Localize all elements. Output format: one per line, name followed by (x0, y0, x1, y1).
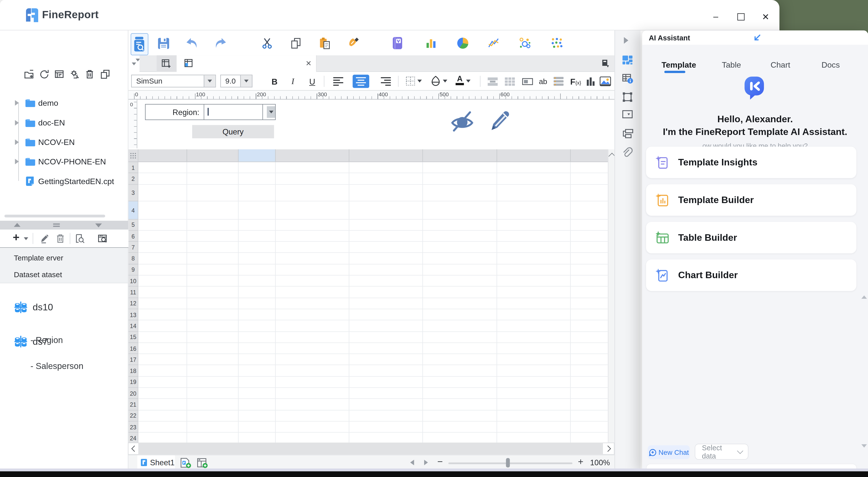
new-tab-button[interactable] (157, 56, 176, 72)
sidebar-file-gettingstarted[interactable]: GettingStartedEN.cpt (13, 174, 127, 189)
grid-row[interactable] (138, 201, 608, 219)
line-chart-icon[interactable] (487, 36, 500, 49)
copy-template-icon[interactable] (100, 69, 110, 79)
close-tab-icon[interactable]: ✕ (306, 59, 312, 67)
row-header-strip[interactable]: 123456789101112131415161718192021222324 (128, 162, 138, 443)
panel-template-server[interactable]: Template erver (0, 250, 128, 266)
add-dataset-caret-icon[interactable] (24, 237, 28, 240)
grid-row[interactable] (138, 162, 608, 173)
save-button[interactable] (157, 36, 170, 49)
grid-row[interactable] (138, 298, 608, 309)
insert-image-icon[interactable] (598, 75, 612, 88)
maximize-button[interactable] (734, 10, 747, 23)
grid-row[interactable] (138, 309, 608, 320)
tab-template[interactable]: Template (661, 60, 696, 69)
select-all-handle[interactable] (128, 149, 138, 162)
add-dataset-button[interactable]: + (13, 231, 20, 244)
card-chart-builder[interactable]: Chart Builder (646, 260, 857, 291)
hyperlink-icon[interactable] (622, 147, 632, 157)
row-header[interactable]: 5 (128, 219, 138, 231)
formula-button[interactable]: F{x} (567, 75, 585, 88)
row-header[interactable]: 20 (128, 388, 138, 399)
grid-horizontal-scrollbar[interactable] (139, 443, 602, 455)
edit-parameter-pane-icon[interactable] (489, 109, 510, 132)
undo-button[interactable] (185, 36, 199, 49)
sheet-tab-sheet1[interactable]: Sheet1 (137, 455, 175, 469)
chevron-down-icon[interactable] (204, 75, 215, 87)
dropdown-widget-icon[interactable] (622, 110, 632, 121)
template-version-icon[interactable] (54, 69, 64, 79)
template-settings-icon[interactable] (70, 69, 80, 79)
region-dropdown-cell[interactable] (262, 105, 275, 120)
grid-row[interactable] (138, 231, 608, 242)
row-header[interactable]: 17 (128, 354, 138, 366)
chevron-right-icon[interactable] (15, 159, 19, 164)
row-header[interactable]: 4 (128, 201, 138, 219)
tab-chart[interactable]: Chart (771, 60, 790, 69)
chevron-right-icon[interactable] (15, 120, 19, 126)
query-button[interactable]: Query (192, 125, 274, 138)
grid-row[interactable] (138, 219, 608, 231)
cell-widget-icon[interactable] (520, 75, 535, 88)
grid-row[interactable] (138, 242, 608, 253)
unmerge-cells-icon[interactable] (502, 75, 517, 88)
zoom-in-button[interactable]: + (578, 456, 583, 467)
card-table-builder[interactable]: Table Builder (646, 222, 857, 253)
row-header[interactable]: 8 (128, 253, 138, 264)
row-header[interactable]: 16 (128, 343, 138, 354)
border-button[interactable] (406, 76, 422, 86)
grid-row[interactable] (138, 377, 608, 388)
collapse-up-icon[interactable] (14, 223, 21, 227)
next-sheet-icon[interactable] (424, 460, 428, 465)
zoom-slider-handle[interactable] (506, 458, 510, 468)
row-header[interactable]: 24 (128, 433, 138, 443)
splitter-handle-icon[interactable] (53, 224, 60, 225)
card-template-builder[interactable]: Template Builder (646, 184, 857, 215)
grid-row[interactable] (138, 332, 608, 343)
grid-row[interactable] (138, 354, 608, 366)
sheet-grid-body[interactable] (138, 162, 608, 443)
font-color-button[interactable]: A (456, 75, 471, 85)
refresh-icon[interactable] (39, 69, 49, 79)
dashboard-layout-icon[interactable] (622, 56, 632, 66)
grid-row[interactable] (138, 184, 608, 201)
chevron-right-icon[interactable] (15, 100, 19, 105)
column-header-strip[interactable] (138, 149, 608, 162)
active-template-tab[interactable]: ✕ (176, 56, 316, 72)
grid-row[interactable] (138, 399, 608, 410)
merge-cells-icon[interactable] (486, 75, 500, 88)
add-report-sheet-icon[interactable] (180, 457, 192, 469)
cut-button[interactable] (260, 36, 273, 49)
format-painter-button[interactable] (346, 36, 360, 49)
close-button[interactable]: ✕ (759, 10, 772, 23)
dataset-field-salesperson[interactable]: - Salesperson (30, 361, 83, 371)
new-chat-button[interactable]: New Chat (648, 445, 690, 459)
bubble-chart-icon[interactable] (518, 36, 531, 49)
frame-border-icon[interactable] (622, 92, 632, 102)
row-header[interactable]: 18 (128, 366, 138, 377)
cell-text-button[interactable]: ab (536, 75, 551, 88)
search-dataset-icon[interactable] (97, 234, 107, 243)
delete-template-icon[interactable] (85, 69, 95, 79)
new-folder-icon[interactable] (24, 69, 34, 79)
grid-row[interactable] (138, 287, 608, 298)
condition-layers-icon[interactable] (622, 129, 632, 139)
grid-row[interactable] (138, 410, 608, 421)
row-header[interactable]: 12 (128, 298, 138, 309)
expand-panel-icon[interactable] (624, 37, 628, 44)
grid-vertical-scrollbar[interactable] (608, 149, 615, 443)
panel-dataset[interactable]: Dataset ataset (0, 267, 128, 282)
row-header[interactable]: 7 (128, 242, 138, 253)
chevron-right-icon[interactable] (15, 139, 19, 145)
row-header[interactable]: 3 (128, 184, 138, 201)
row-header[interactable]: 10 (128, 275, 138, 287)
dataset-item-ds10[interactable]: ds10 (14, 302, 53, 313)
minimize-button[interactable]: – (709, 10, 722, 23)
row-header[interactable]: 19 (128, 377, 138, 388)
toolbar-overflow-caret-icon[interactable] (132, 63, 136, 65)
bold-button[interactable]: B (267, 75, 282, 88)
grid-row[interactable] (138, 366, 608, 377)
scatter-chart-icon[interactable] (550, 36, 563, 49)
panel-scroll-up-icon[interactable] (861, 295, 867, 299)
grid-row[interactable] (138, 433, 608, 443)
